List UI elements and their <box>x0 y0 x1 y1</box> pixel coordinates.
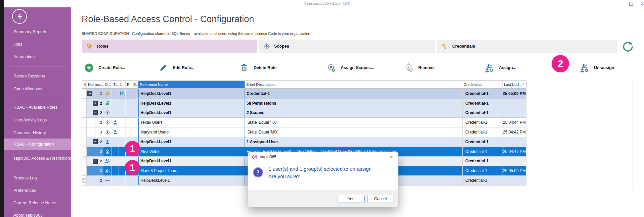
dialog-close-icon[interactable]: ✕ <box>389 154 393 160</box>
cancel-button[interactable]: Cancel <box>368 195 393 203</box>
reference-name-cell[interactable]: HelpDeskLevel1 <box>138 157 245 166</box>
short-description-cell[interactable]: 1 Assigned User <box>245 137 462 147</box>
column-header-e[interactable]: E... <box>126 81 132 88</box>
reference-name-cell[interactable]: Mark 8 Project Team <box>138 166 245 175</box>
column-header-t[interactable]: T... <box>112 81 119 88</box>
credentials-cell[interactable]: Credential-1 <box>462 127 503 137</box>
toolbar-assign-scopes-button[interactable]: Assign Scopes... <box>327 62 374 73</box>
toolbar-remove-button[interactable]: Remove <box>404 62 435 73</box>
credentials-cell[interactable]: Credential-1 <box>462 108 503 118</box>
reference-name-cell[interactable]: HelpDeskLevel1 <box>138 176 245 185</box>
table-row[interactable]: 3Maryland Users'State' Equal 'MD'Credent… <box>82 127 526 137</box>
table-row[interactable]: −2HelpDeskLevel11 Assigned UserCredentia… <box>82 137 526 147</box>
toolbar-assign-button[interactable]: Assign... <box>485 62 516 73</box>
short-description-cell[interactable]: 'State' Equal 'MD' <box>245 127 462 137</box>
credentials-cell[interactable]: Credential-1 <box>462 176 503 185</box>
close-button[interactable]: ✕ <box>638 1 644 7</box>
reference-name-cell[interactable]: HelpDeskLevel1 <box>138 89 245 98</box>
reference-name-cell[interactable]: Maryland Users <box>138 127 245 137</box>
sidebar-item-automation[interactable]: Automation <box>4 51 71 62</box>
tab-roles[interactable]: Roles <box>82 40 257 53</box>
reference-name-cell[interactable]: Texas Users <box>138 118 245 127</box>
hierarchy-cell[interactable]: 3 <box>87 147 103 156</box>
sidebar-item-preferences[interactable]: Preferences <box>4 185 71 196</box>
sidebar-item-rbac-configuration[interactable]: RBAC - Configuration <box>4 139 71 150</box>
credentials-cell[interactable]: Credential-1 <box>462 118 503 127</box>
sidebar-item-process-log[interactable]: Process Log <box>4 172 71 184</box>
hierarchy-cell[interactable]: 3 <box>87 118 103 127</box>
last-updated-cell[interactable]: )25 04:44 PM <box>503 118 527 127</box>
collapse-toggle[interactable]: − <box>87 91 92 96</box>
refresh-button[interactable] <box>621 40 634 52</box>
column-header-o[interactable]: O... <box>103 81 112 88</box>
hierarchy-cell[interactable]: 3 <box>87 127 103 137</box>
table-row[interactable]: −2HelpDeskLevel12 ScopesCredential-1 <box>82 108 526 118</box>
short-description-cell[interactable]: Credential-1 <box>245 89 462 98</box>
reference-name-cell[interactable]: HelpDeskLevel1 <box>138 108 245 118</box>
table-row[interactable]: −1HelpDeskLevel1Credential-1Credential-1… <box>82 89 526 98</box>
column-header-credentials[interactable]: Credentials <box>462 81 503 88</box>
sidebar-item-sapio365-access-restrictions[interactable]: sapio365 Access & Restrictions <box>4 153 71 164</box>
sidebar-item-user-activity-logs[interactable]: User Activity Logs <box>4 114 71 126</box>
credentials-cell[interactable]: Credential-1 <box>462 147 503 156</box>
credentials-cell[interactable]: Credential-1 <box>462 99 503 108</box>
column-header-last-upd[interactable]: Last Upd...▾ <box>503 81 527 88</box>
minimize-button[interactable]: – <box>618 1 626 7</box>
toolbar-create-role-button[interactable]: Create Role... <box>84 62 125 73</box>
collapse-toggle[interactable]: − <box>93 159 98 164</box>
short-description-cell[interactable]: 2 Scopes <box>245 108 462 118</box>
column-header-gutter[interactable] <box>82 81 87 88</box>
hierarchy-cell[interactable]: −1 <box>87 89 103 98</box>
short-description-cell[interactable]: 58 Permissions <box>245 99 462 108</box>
last-updated-cell[interactable]: )25 05:09 PM <box>503 166 527 175</box>
expand-toggle[interactable]: + <box>93 101 98 106</box>
sidebar-item-about-sapio365[interactable]: About sapio365 <box>4 210 71 217</box>
credentials-cell[interactable]: Credential-1 <box>462 137 503 147</box>
sidebar-item-summary-reports[interactable]: Summary Reports <box>4 26 71 38</box>
sidebar-item-rbac-available-roles[interactable]: RBAC - Available Roles <box>4 102 71 113</box>
toolbar-delete-role-button[interactable]: Delete Role <box>240 62 276 73</box>
sidebar-item-jobs[interactable]: Jobs <box>4 39 71 50</box>
sidebar-item-open-windows[interactable]: Open Windows <box>4 83 71 95</box>
last-updated-cell[interactable]: )25 04:47 PM <box>503 147 527 156</box>
last-updated-cell[interactable] <box>503 176 527 185</box>
toolbar-edit-role-button[interactable]: Edit Role... <box>159 62 195 73</box>
collapse-toggle[interactable]: − <box>93 110 98 115</box>
hierarchy-cell[interactable]: +2 <box>87 99 103 108</box>
hierarchy-cell[interactable]: −2 <box>87 137 103 147</box>
last-updated-cell[interactable]: )25 04:42 PM <box>503 127 527 137</box>
maximize-button[interactable] <box>629 2 633 6</box>
short-description-cell[interactable]: 'State' Equal 'TX' <box>245 118 462 127</box>
last-updated-cell[interactable] <box>503 137 527 147</box>
toolbar-un-assign-button[interactable]: Un-assign <box>580 62 614 73</box>
sidebar-item-current-release-notes[interactable]: Current Release Notes <box>4 197 71 209</box>
tab-credentials[interactable]: Credentials <box>437 40 617 53</box>
tab-scopes[interactable]: Scopes <box>259 40 435 53</box>
credentials-cell[interactable]: Credential-1 <box>462 157 503 166</box>
last-updated-cell[interactable]: 25 05:09 PM <box>503 89 527 98</box>
hierarchy-cell[interactable]: 2 <box>87 176 103 185</box>
column-header-reference-name[interactable]: Reference Name <box>138 81 245 88</box>
column-header-l[interactable]: L... <box>119 81 126 88</box>
reference-name-cell[interactable]: HelpDeskLevel1 <box>138 99 245 108</box>
hierarchy-cell[interactable]: −2 <box>87 157 103 166</box>
sidebar-item-recent-sessions[interactable]: Recent Sessions <box>4 70 71 82</box>
last-updated-cell[interactable] <box>503 108 527 118</box>
column-header-short-description[interactable]: Short Description <box>245 81 462 88</box>
column-header-e[interactable]: E... <box>132 81 138 88</box>
yes-button[interactable]: Yes <box>338 195 364 203</box>
back-button[interactable] <box>12 9 27 24</box>
credentials-cell[interactable]: Credential-1 <box>462 166 503 175</box>
column-header-hierarc[interactable]: Hierarc... <box>87 81 103 88</box>
last-updated-cell[interactable] <box>503 157 527 166</box>
last-updated-cell[interactable] <box>503 99 527 108</box>
table-row[interactable]: +2HelpDeskLevel158 PermissionsCredential… <box>82 98 526 108</box>
table-row[interactable]: 3Texas Users'State' Equal 'TX'Credential… <box>82 117 526 127</box>
hierarchy-cell[interactable]: −2 <box>87 108 103 118</box>
hierarchy-cell[interactable]: 3 <box>87 166 103 175</box>
reference-name-cell[interactable]: Alex Wilber <box>138 147 245 156</box>
credentials-cell[interactable]: Credential-1 <box>462 89 503 98</box>
sidebar-item-comment-history[interactable]: Comment History <box>4 127 71 139</box>
collapse-toggle[interactable]: − <box>93 139 98 144</box>
reference-name-cell[interactable]: HelpDeskLevel1 <box>138 137 245 147</box>
